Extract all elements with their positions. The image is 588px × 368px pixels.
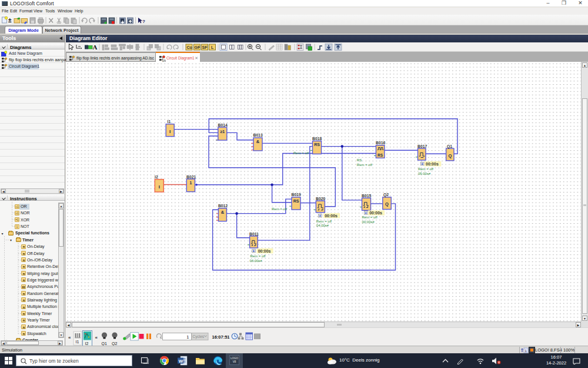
svg-text:B015: B015 <box>362 194 371 198</box>
svg-text:«: « <box>95 335 98 340</box>
svg-text:Q: Q <box>385 201 389 207</box>
svg-text:RS: RS <box>314 142 320 147</box>
svg-text:05:00s≠: 05:00s≠ <box>418 172 431 175</box>
svg-text:B011: B011 <box>249 232 259 236</box>
svg-text:Rem = off: Rem = off <box>293 151 309 155</box>
svg-text:00:00s: 00:00s <box>258 249 271 253</box>
svg-text:16:07:51: 16:07:51 <box>212 334 230 340</box>
svg-text:B014: B014 <box>218 123 228 127</box>
svg-text:00:00s≠: 00:00s≠ <box>362 220 375 224</box>
svg-text:RS: RS <box>293 199 299 203</box>
svg-text:Q: Q <box>448 153 452 158</box>
svg-text:B017: B017 <box>417 144 427 148</box>
svg-text:L: L <box>211 45 214 49</box>
svg-text:Rem = off: Rem = off <box>316 220 332 223</box>
svg-text:±: ± <box>8 17 12 24</box>
svg-text:I: I <box>159 184 160 190</box>
svg-text:Rem = off: Rem = off <box>362 216 377 219</box>
svg-text:Cycles: Cycles <box>193 334 205 339</box>
svg-text:B020: B020 <box>316 197 325 201</box>
svg-text:B019: B019 <box>292 193 301 197</box>
svg-text:B016: B016 <box>376 141 385 145</box>
svg-text:RS: RS <box>357 158 362 162</box>
svg-text:I1: I1 <box>76 340 79 344</box>
svg-text:Q2: Q2 <box>383 193 389 197</box>
svg-text:&: & <box>221 210 225 215</box>
svg-text:I2: I2 <box>155 175 158 179</box>
svg-text:I1: I1 <box>168 120 171 124</box>
svg-text:W: W <box>179 359 183 364</box>
svg-text:00:00s: 00:00s <box>369 211 382 215</box>
svg-text:B018: B018 <box>312 137 322 141</box>
svg-text:≥1: ≥1 <box>220 130 225 134</box>
svg-text:1: 1 <box>189 180 192 185</box>
svg-text:Rem = off: Rem = off <box>357 163 372 167</box>
svg-text:SF: SF <box>202 45 208 49</box>
svg-text:I: I <box>169 129 171 134</box>
svg-text:Q1: Q1 <box>447 144 452 149</box>
svg-text:B021: B021 <box>186 175 196 179</box>
svg-text:I2: I2 <box>85 342 89 346</box>
svg-text:Rem = off: Rem = off <box>418 167 433 171</box>
svg-text:?: ? <box>142 19 145 24</box>
svg-text:04:00s≠: 04:00s≠ <box>316 224 329 227</box>
svg-text:Rem = off: Rem = off <box>272 207 287 211</box>
svg-text:&: & <box>256 139 260 144</box>
svg-text:00:00s: 00:00s <box>325 214 338 218</box>
svg-text:1: 1 <box>186 334 189 340</box>
svg-text:06:00s≠: 06:00s≠ <box>250 259 263 263</box>
svg-text:GF: GF <box>195 45 201 49</box>
svg-text:Rem = off: Rem = off <box>250 254 265 258</box>
svg-text:«: « <box>68 335 71 340</box>
svg-text:SIM: SIM <box>162 59 166 62</box>
svg-text:B012: B012 <box>218 204 228 208</box>
svg-text:A: A <box>93 44 98 51</box>
svg-text:RS: RS <box>377 153 383 157</box>
svg-text:B013: B013 <box>253 133 263 137</box>
svg-text:00:00s: 00:00s <box>426 162 439 166</box>
svg-text:Co: Co <box>187 45 192 49</box>
